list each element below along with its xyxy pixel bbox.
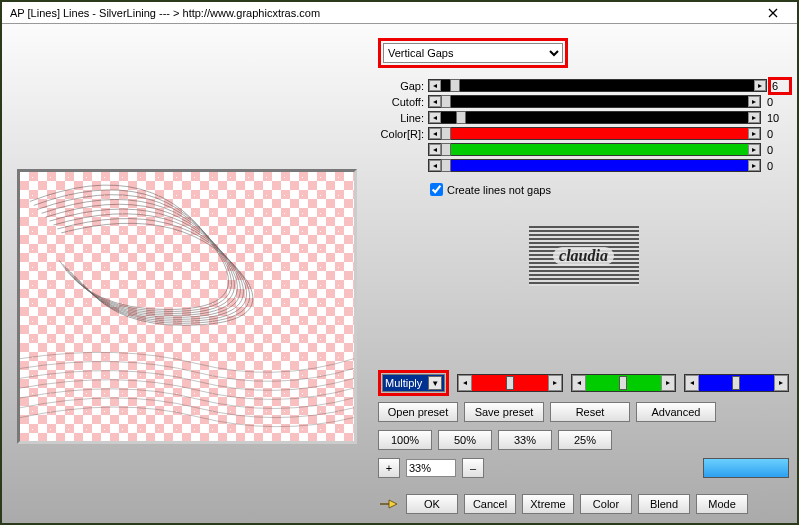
- slider-inner[interactable]: [441, 160, 748, 171]
- slider-value: 0: [765, 96, 789, 108]
- blend-mode-label: Multiply: [385, 377, 422, 389]
- titlebar: AP [Lines] Lines - SilverLining --- > ht…: [2, 2, 797, 24]
- blue-mix-slider[interactable]: ◂▸: [684, 374, 789, 392]
- content-area: Vertical Gaps Gap:◂▸6Cutoff:◂▸0Line:◂▸10…: [2, 24, 797, 523]
- sliders-block: Gap:◂▸6Cutoff:◂▸0Line:◂▸10Color[R]:◂▸0◂▸…: [378, 78, 789, 173]
- save-preset-button[interactable]: Save preset: [464, 402, 544, 422]
- slider-thumb[interactable]: [732, 376, 740, 390]
- arrow-left-icon[interactable]: ◂: [429, 160, 441, 171]
- slider-row: ◂▸0: [378, 142, 789, 157]
- slider-track[interactable]: ◂▸: [428, 111, 761, 124]
- slider-label: Cutoff:: [378, 96, 428, 108]
- arrow-right-icon[interactable]: ▸: [774, 375, 788, 391]
- arrow-left-icon[interactable]: ◂: [572, 375, 586, 391]
- slider-thumb[interactable]: [441, 127, 451, 140]
- slider-value: 0: [765, 128, 789, 140]
- zoom-out-button[interactable]: –: [462, 458, 484, 478]
- zoom-presets-row: 100%50%33%25%: [378, 430, 789, 450]
- advanced-button[interactable]: Advanced: [636, 402, 716, 422]
- arrow-right-icon[interactable]: ▸: [661, 375, 675, 391]
- slider-label: Gap:: [378, 80, 428, 92]
- arrow-right-icon[interactable]: ▸: [754, 80, 766, 91]
- preset-type-highlight: Vertical Gaps: [378, 38, 568, 68]
- slider-row: Gap:◂▸6: [378, 78, 789, 93]
- slider-inner[interactable]: [441, 80, 754, 91]
- chevron-down-icon: ▼: [428, 376, 442, 390]
- slider-thumb[interactable]: [506, 376, 514, 390]
- brand-logo-text: claudia: [553, 247, 614, 265]
- arrow-right-icon[interactable]: ▸: [748, 112, 760, 123]
- blend-button[interactable]: Blend: [638, 494, 690, 514]
- slider-row: Color[R]:◂▸0: [378, 126, 789, 141]
- slider-thumb[interactable]: [619, 376, 627, 390]
- 33-button[interactable]: 33%: [498, 430, 552, 450]
- slider-row: ◂▸0: [378, 158, 789, 173]
- window-title: AP [Lines] Lines - SilverLining --- > ht…: [10, 7, 753, 19]
- slider-row: Line:◂▸10: [378, 110, 789, 125]
- close-button[interactable]: [753, 4, 793, 22]
- 50-button[interactable]: 50%: [438, 430, 492, 450]
- arrow-right-icon[interactable]: ▸: [748, 144, 760, 155]
- slider-inner[interactable]: [441, 144, 748, 155]
- arrow-left-icon[interactable]: ◂: [429, 128, 441, 139]
- arrow-right-icon[interactable]: ▸: [748, 128, 760, 139]
- green-mix-slider[interactable]: ◂▸: [571, 374, 676, 392]
- preset-type-dropdown[interactable]: Vertical Gaps: [383, 43, 563, 63]
- slider-track[interactable]: ◂▸: [428, 79, 767, 92]
- slider-track[interactable]: ◂▸: [428, 95, 761, 108]
- slider-thumb[interactable]: [456, 111, 466, 124]
- 100-button[interactable]: 100%: [378, 430, 432, 450]
- slider-value: 6: [768, 77, 792, 95]
- slider-inner[interactable]: [699, 375, 774, 391]
- zoom-row: + 33% –: [378, 458, 789, 478]
- ok-button[interactable]: OK: [406, 494, 458, 514]
- slider-track[interactable]: ◂▸: [428, 159, 761, 172]
- create-lines-row: Create lines not gaps: [430, 183, 789, 196]
- open-preset-button[interactable]: Open preset: [378, 402, 458, 422]
- slider-thumb[interactable]: [450, 79, 460, 92]
- 25-button[interactable]: 25%: [558, 430, 612, 450]
- xtreme-button[interactable]: Xtreme: [522, 494, 574, 514]
- create-lines-checkbox[interactable]: [430, 183, 443, 196]
- arrow-right-icon[interactable]: ▸: [748, 96, 760, 107]
- arrow-right-icon[interactable]: ▸: [748, 160, 760, 171]
- arrow-right-icon[interactable]: ▸: [548, 375, 562, 391]
- reset-button[interactable]: Reset: [550, 402, 630, 422]
- color-swatch[interactable]: [703, 458, 789, 478]
- zoom-in-button[interactable]: +: [378, 458, 400, 478]
- create-lines-label[interactable]: Create lines not gaps: [447, 184, 551, 196]
- slider-thumb[interactable]: [441, 143, 451, 156]
- mode-button[interactable]: Mode: [696, 494, 748, 514]
- arrow-left-icon[interactable]: ◂: [429, 96, 441, 107]
- slider-inner[interactable]: [586, 375, 661, 391]
- slider-inner[interactable]: [472, 375, 547, 391]
- slider-thumb[interactable]: [441, 159, 451, 172]
- color-button[interactable]: Color: [580, 494, 632, 514]
- slider-label: Color[R]:: [378, 128, 428, 140]
- rgb-sliders-row: ◂▸◂▸◂▸: [457, 374, 789, 392]
- slider-track[interactable]: ◂▸: [428, 143, 761, 156]
- blend-mode-row: Multiply ▼ ◂▸◂▸◂▸: [378, 370, 789, 396]
- slider-inner[interactable]: [441, 128, 748, 139]
- arrow-left-icon[interactable]: ◂: [429, 144, 441, 155]
- close-icon: [768, 8, 778, 18]
- cancel-button[interactable]: Cancel: [464, 494, 516, 514]
- slider-value: 0: [765, 144, 789, 156]
- slider-inner[interactable]: [441, 112, 748, 123]
- slider-thumb[interactable]: [441, 95, 451, 108]
- arrow-left-icon[interactable]: ◂: [429, 112, 441, 123]
- red-mix-slider[interactable]: ◂▸: [457, 374, 562, 392]
- arrow-left-icon[interactable]: ◂: [429, 80, 441, 91]
- arrow-left-icon[interactable]: ◂: [685, 375, 699, 391]
- slider-label: Line:: [378, 112, 428, 124]
- blend-mode-dropdown[interactable]: Multiply ▼: [382, 374, 445, 392]
- blend-mode-highlight: Multiply ▼: [378, 370, 449, 396]
- controls-column: Vertical Gaps Gap:◂▸6Cutoff:◂▸0Line:◂▸10…: [378, 32, 789, 515]
- plugin-window: AP [Lines] Lines - SilverLining --- > ht…: [0, 0, 799, 525]
- slider-inner[interactable]: [441, 96, 748, 107]
- preview-art: [20, 172, 354, 442]
- slider-row: Cutoff:◂▸0: [378, 94, 789, 109]
- arrow-left-icon[interactable]: ◂: [458, 375, 472, 391]
- pointer-icon: [378, 495, 400, 513]
- slider-track[interactable]: ◂▸: [428, 127, 761, 140]
